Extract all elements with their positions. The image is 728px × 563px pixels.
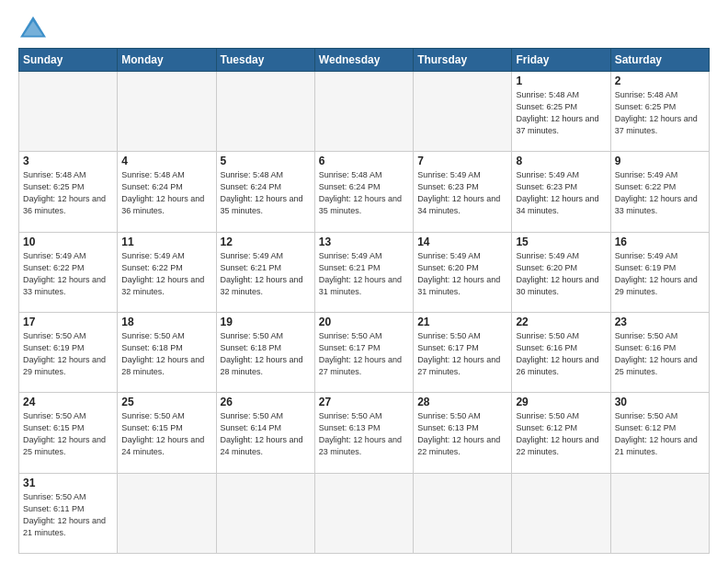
calendar-cell: 8Sunrise: 5:49 AM Sunset: 6:23 PM Daylig… [512,152,610,232]
day-info: Sunrise: 5:50 AM Sunset: 6:12 PM Dayligh… [615,410,705,458]
day-info: Sunrise: 5:49 AM Sunset: 6:23 PM Dayligh… [417,169,507,217]
logo [18,15,51,40]
day-info: Sunrise: 5:49 AM Sunset: 6:22 PM Dayligh… [23,250,113,298]
calendar-cell: 19Sunrise: 5:50 AM Sunset: 6:18 PM Dayli… [216,312,314,392]
calendar-cell: 25Sunrise: 5:50 AM Sunset: 6:15 PM Dayli… [118,393,216,473]
day-number: 20 [319,316,409,328]
calendar-cell [216,473,314,553]
day-number: 11 [121,236,211,248]
day-number: 8 [516,155,606,167]
day-info: Sunrise: 5:48 AM Sunset: 6:24 PM Dayligh… [121,169,211,217]
weekday-header-thursday: Thursday [414,49,512,72]
calendar-cell [118,72,216,152]
calendar-cell: 21Sunrise: 5:50 AM Sunset: 6:17 PM Dayli… [414,312,512,392]
day-number: 7 [417,155,507,167]
calendar-cell: 5Sunrise: 5:48 AM Sunset: 6:24 PM Daylig… [216,152,314,232]
day-number: 22 [516,316,606,328]
day-number: 15 [516,236,606,248]
weekday-header-sunday: Sunday [19,49,118,72]
calendar-cell: 7Sunrise: 5:49 AM Sunset: 6:23 PM Daylig… [414,152,512,232]
calendar-cell: 15Sunrise: 5:49 AM Sunset: 6:20 PM Dayli… [512,232,610,312]
week-row-2: 10Sunrise: 5:49 AM Sunset: 6:22 PM Dayli… [19,232,710,312]
week-row-3: 17Sunrise: 5:50 AM Sunset: 6:19 PM Dayli… [19,312,710,392]
day-number: 28 [417,396,507,408]
page: SundayMondayTuesdayWednesdayThursdayFrid… [0,0,728,563]
day-number: 29 [516,396,606,408]
day-number: 3 [23,155,113,167]
day-info: Sunrise: 5:50 AM Sunset: 6:19 PM Dayligh… [23,330,113,378]
calendar-cell: 1Sunrise: 5:48 AM Sunset: 6:25 PM Daylig… [512,72,610,152]
week-row-4: 24Sunrise: 5:50 AM Sunset: 6:15 PM Dayli… [19,393,710,473]
calendar-cell: 2Sunrise: 5:48 AM Sunset: 6:25 PM Daylig… [610,72,709,152]
day-number: 17 [23,316,113,328]
day-info: Sunrise: 5:50 AM Sunset: 6:15 PM Dayligh… [121,410,211,458]
calendar-cell [118,473,216,553]
day-info: Sunrise: 5:49 AM Sunset: 6:22 PM Dayligh… [615,169,705,217]
calendar-cell: 30Sunrise: 5:50 AM Sunset: 6:12 PM Dayli… [610,393,709,473]
calendar-cell: 16Sunrise: 5:49 AM Sunset: 6:19 PM Dayli… [610,232,709,312]
calendar-cell: 18Sunrise: 5:50 AM Sunset: 6:18 PM Dayli… [118,312,216,392]
day-info: Sunrise: 5:49 AM Sunset: 6:22 PM Dayligh… [121,250,211,298]
day-number: 31 [23,477,113,489]
day-info: Sunrise: 5:48 AM Sunset: 6:24 PM Dayligh… [319,169,409,217]
day-info: Sunrise: 5:49 AM Sunset: 6:23 PM Dayligh… [516,169,606,217]
weekday-header-friday: Friday [512,49,610,72]
day-info: Sunrise: 5:49 AM Sunset: 6:19 PM Dayligh… [615,250,705,298]
calendar-cell [414,72,512,152]
day-info: Sunrise: 5:50 AM Sunset: 6:12 PM Dayligh… [516,410,606,458]
day-number: 9 [615,155,705,167]
calendar-cell: 26Sunrise: 5:50 AM Sunset: 6:14 PM Dayli… [216,393,314,473]
day-number: 4 [121,155,211,167]
calendar-cell: 4Sunrise: 5:48 AM Sunset: 6:24 PM Daylig… [118,152,216,232]
calendar-cell: 23Sunrise: 5:50 AM Sunset: 6:16 PM Dayli… [610,312,709,392]
day-info: Sunrise: 5:50 AM Sunset: 6:18 PM Dayligh… [221,330,311,378]
calendar-cell: 6Sunrise: 5:48 AM Sunset: 6:24 PM Daylig… [314,152,413,232]
day-number: 23 [615,316,705,328]
day-info: Sunrise: 5:50 AM Sunset: 6:11 PM Dayligh… [23,491,113,539]
day-info: Sunrise: 5:50 AM Sunset: 6:16 PM Dayligh… [516,330,606,378]
calendar-cell: 10Sunrise: 5:49 AM Sunset: 6:22 PM Dayli… [19,232,118,312]
calendar-cell: 22Sunrise: 5:50 AM Sunset: 6:16 PM Dayli… [512,312,610,392]
day-info: Sunrise: 5:48 AM Sunset: 6:25 PM Dayligh… [23,169,113,217]
calendar-cell: 29Sunrise: 5:50 AM Sunset: 6:12 PM Dayli… [512,393,610,473]
calendar-cell: 17Sunrise: 5:50 AM Sunset: 6:19 PM Dayli… [19,312,118,392]
calendar-cell: 14Sunrise: 5:49 AM Sunset: 6:20 PM Dayli… [414,232,512,312]
week-row-1: 3Sunrise: 5:48 AM Sunset: 6:25 PM Daylig… [19,152,710,232]
day-number: 2 [615,75,705,87]
calendar-cell: 31Sunrise: 5:50 AM Sunset: 6:11 PM Dayli… [19,473,118,553]
calendar-cell: 28Sunrise: 5:50 AM Sunset: 6:13 PM Dayli… [414,393,512,473]
day-info: Sunrise: 5:50 AM Sunset: 6:16 PM Dayligh… [615,330,705,378]
calendar-cell: 3Sunrise: 5:48 AM Sunset: 6:25 PM Daylig… [19,152,118,232]
weekday-header-wednesday: Wednesday [314,49,413,72]
generalblue-logo-icon [18,15,48,40]
day-number: 12 [221,236,311,248]
day-number: 30 [615,396,705,408]
day-number: 16 [615,236,705,248]
day-info: Sunrise: 5:49 AM Sunset: 6:20 PM Dayligh… [417,250,507,298]
day-number: 5 [221,155,311,167]
calendar-cell [512,473,610,553]
calendar-cell [19,72,118,152]
day-number: 13 [319,236,409,248]
calendar-cell [314,72,413,152]
day-number: 10 [23,236,113,248]
calendar-cell: 12Sunrise: 5:49 AM Sunset: 6:21 PM Dayli… [216,232,314,312]
calendar-cell [414,473,512,553]
calendar-cell: 24Sunrise: 5:50 AM Sunset: 6:15 PM Dayli… [19,393,118,473]
day-info: Sunrise: 5:48 AM Sunset: 6:24 PM Dayligh… [221,169,311,217]
day-number: 19 [221,316,311,328]
day-number: 25 [121,396,211,408]
day-info: Sunrise: 5:50 AM Sunset: 6:18 PM Dayligh… [121,330,211,378]
day-number: 27 [319,396,409,408]
day-info: Sunrise: 5:49 AM Sunset: 6:21 PM Dayligh… [319,250,409,298]
day-info: Sunrise: 5:50 AM Sunset: 6:13 PM Dayligh… [417,410,507,458]
calendar-cell: 13Sunrise: 5:49 AM Sunset: 6:21 PM Dayli… [314,232,413,312]
day-number: 6 [319,155,409,167]
calendar-cell: 11Sunrise: 5:49 AM Sunset: 6:22 PM Dayli… [118,232,216,312]
day-info: Sunrise: 5:49 AM Sunset: 6:21 PM Dayligh… [221,250,311,298]
day-number: 18 [121,316,211,328]
calendar-cell [314,473,413,553]
day-info: Sunrise: 5:49 AM Sunset: 6:20 PM Dayligh… [516,250,606,298]
day-info: Sunrise: 5:48 AM Sunset: 6:25 PM Dayligh… [516,89,606,137]
day-info: Sunrise: 5:50 AM Sunset: 6:15 PM Dayligh… [23,410,113,458]
